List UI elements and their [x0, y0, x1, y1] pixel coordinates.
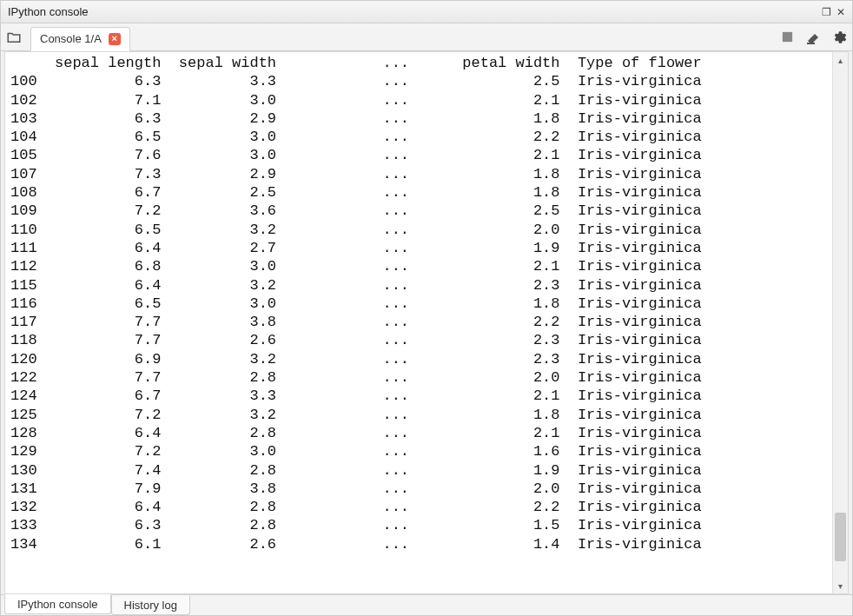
console-toolbar: [779, 30, 847, 45]
bottom-tab-label: History log: [124, 599, 177, 612]
console-content[interactable]: sepal length sepal width ... petal width…: [5, 52, 832, 593]
clear-icon[interactable]: [805, 30, 821, 45]
panel-window-controls: ❐ ✕: [822, 6, 845, 18]
stop-icon[interactable]: [779, 30, 795, 45]
scroll-up-icon[interactable]: ▴: [833, 52, 848, 68]
panel-title-bar: IPython console ❐ ✕: [1, 1, 852, 23]
bottom-tab-ipython[interactable]: IPython console: [4, 594, 111, 614]
console-tab[interactable]: Console 1/A ×: [30, 27, 130, 51]
bottom-tab-history[interactable]: History log: [111, 595, 190, 615]
console-tab-bar: Console 1/A ×: [1, 23, 852, 51]
close-tab-icon[interactable]: ×: [109, 33, 121, 45]
panel-title: IPython console: [8, 5, 89, 18]
console-tab-label: Console 1/A: [40, 32, 102, 45]
svg-rect-0: [782, 32, 791, 42]
browse-folder-icon[interactable]: [6, 30, 22, 45]
undock-icon[interactable]: ❐: [822, 6, 831, 18]
close-panel-icon[interactable]: ✕: [836, 6, 845, 18]
bottom-tab-bar: IPython console History log: [1, 594, 852, 615]
vertical-scrollbar[interactable]: ▴ ▾: [832, 52, 848, 593]
options-gear-icon[interactable]: [831, 30, 847, 45]
scroll-thumb[interactable]: [835, 513, 846, 561]
svg-rect-1: [807, 43, 815, 44]
scroll-down-icon[interactable]: ▾: [833, 578, 848, 593]
dataframe-output: sepal length sepal width ... petal width…: [10, 54, 832, 553]
bottom-tab-label: IPython console: [17, 598, 98, 611]
console-output-area: sepal length sepal width ... petal width…: [4, 51, 849, 594]
